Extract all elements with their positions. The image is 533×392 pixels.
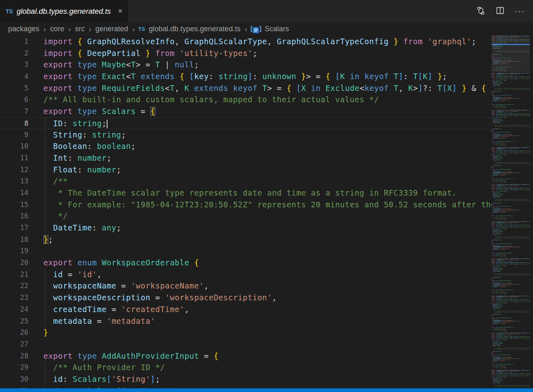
- breadcrumb-item-src[interactable]: src: [74, 25, 86, 33]
- code-text: import { GraphQLResolveInfo, GraphQLScal…: [43, 36, 476, 47]
- code-text: ID: string;: [43, 118, 107, 129]
- code-line-16[interactable]: 16 */: [0, 210, 492, 222]
- code-line-4[interactable]: 4export type Exact<T extends { [key: str…: [0, 71, 492, 82]
- code-line-9[interactable]: 9String: string;: [0, 129, 492, 141]
- code-line-7[interactable]: 7export type Scalars = {: [0, 106, 492, 117]
- code-line-10[interactable]: 10Boolean: boolean;: [0, 140, 492, 152]
- typescript-file-icon: TS: [6, 8, 13, 15]
- line-number[interactable]: 23: [0, 292, 28, 304]
- minimap-slider[interactable]: [492, 36, 530, 72]
- code-line-13[interactable]: 13/**: [0, 175, 492, 187]
- code-line-12[interactable]: 12Float: number;: [0, 164, 492, 176]
- indent-guide: [45, 315, 45, 327]
- close-icon[interactable]: ×: [116, 6, 124, 16]
- tab-title: global.db.types.generated.ts: [17, 7, 111, 16]
- code-editor[interactable]: 1import { GraphQLResolveInfo, GraphQLSca…: [0, 36, 533, 392]
- chevron-right-icon: ›: [43, 25, 46, 34]
- code-line-14[interactable]: 14 * The DateTime scalar type represents…: [0, 187, 492, 199]
- code-text: export type Scalars = {: [43, 106, 155, 117]
- breadcrumb-item-scalars[interactable]: Scalars: [264, 25, 290, 33]
- code-line-11[interactable]: 11Int: number;: [0, 152, 492, 164]
- code-line-17[interactable]: 17DateTime: any;: [0, 222, 492, 234]
- code-line-26[interactable]: 26}: [0, 327, 492, 338]
- line-number[interactable]: 5: [0, 82, 28, 94]
- code-line-2[interactable]: 2import { DeepPartial } from 'utility-ty…: [0, 47, 492, 59]
- code-line-30[interactable]: 30id: Scalars['String'];: [0, 373, 492, 385]
- code-text: String: string;: [43, 129, 126, 141]
- line-number[interactable]: 19: [0, 245, 28, 257]
- line-number[interactable]: 26: [0, 327, 28, 338]
- line-number[interactable]: 7: [0, 106, 28, 117]
- line-number[interactable]: 30: [0, 373, 28, 385]
- code-text: export enum WorkspaceOrderable {: [43, 257, 199, 269]
- code-line-8[interactable]: 8ID: string;: [0, 117, 492, 129]
- tab-global-db-types-generated-ts[interactable]: TS global.db.types.generated.ts ×: [0, 0, 128, 22]
- line-number[interactable]: 28: [0, 350, 28, 362]
- code-text: */: [43, 210, 68, 222]
- code-line-22[interactable]: 22workspaceName = 'workspaceName',: [0, 280, 492, 292]
- code-text: id = 'id',: [43, 269, 102, 280]
- text-cursor: [107, 120, 107, 128]
- open-changes-button[interactable]: [474, 4, 488, 18]
- code-line-23[interactable]: 23workspaceDescription = 'workspaceDescr…: [0, 292, 492, 304]
- breadcrumb-item-packages[interactable]: packages: [7, 25, 40, 33]
- line-number[interactable]: 27: [0, 338, 28, 350]
- indent-guide: [45, 175, 45, 187]
- line-number[interactable]: 3: [0, 59, 28, 71]
- split-editor-button[interactable]: [493, 4, 507, 18]
- line-number[interactable]: 4: [0, 71, 28, 82]
- code-line-29[interactable]: 29/** Auth Provider ID */: [0, 362, 492, 373]
- line-number[interactable]: 25: [0, 315, 28, 327]
- code-text: * The DateTime scalar type represents da…: [43, 187, 457, 199]
- line-number[interactable]: 9: [0, 129, 28, 141]
- code-line-27[interactable]: 27: [0, 338, 492, 350]
- indent-guide: [45, 152, 45, 164]
- code-text: /** Auth Provider ID */: [43, 362, 165, 373]
- breadcrumb-item-core[interactable]: core: [49, 25, 65, 33]
- indent-guide: [45, 140, 45, 152]
- more-actions-button[interactable]: ···: [513, 4, 527, 18]
- breadcrumb-item-generated[interactable]: generated: [95, 25, 129, 33]
- minimap[interactable]: import { GraphQLResolveInfo, GraphQLScal…: [492, 36, 530, 392]
- line-number[interactable]: 14: [0, 187, 28, 199]
- line-number[interactable]: 1: [0, 36, 28, 47]
- line-number[interactable]: 21: [0, 269, 28, 280]
- breadcrumb-item-filename[interactable]: global.db.types.generated.ts: [148, 25, 241, 33]
- line-number[interactable]: 16: [0, 210, 28, 222]
- line-number[interactable]: 15: [0, 199, 28, 211]
- code-line-1[interactable]: 1import { GraphQLResolveInfo, GraphQLSca…: [0, 36, 492, 47]
- line-number[interactable]: 17: [0, 222, 28, 234]
- code-text: export type Exact<T extends { [key: stri…: [43, 71, 447, 82]
- code-line-3[interactable]: 3export type Maybe<T> = T | null;: [0, 59, 492, 71]
- code-line-28[interactable]: 28export type AddAuthProviderInput = {: [0, 350, 492, 362]
- indent-guide: [45, 304, 45, 315]
- line-number[interactable]: 22: [0, 280, 28, 292]
- code-text: Boolean: boolean;: [43, 140, 136, 152]
- line-number[interactable]: 20: [0, 257, 28, 269]
- line-number[interactable]: 13: [0, 175, 28, 187]
- code-line-20[interactable]: 20export enum WorkspaceOrderable {: [0, 257, 492, 269]
- code-line-15[interactable]: 15 * For example: "1985-04-12T23:20:50.5…: [0, 199, 492, 211]
- line-number[interactable]: 2: [0, 47, 28, 59]
- line-number[interactable]: 6: [0, 94, 28, 106]
- code-line-5[interactable]: 5export type RequireFields<T, K extends …: [0, 82, 492, 94]
- split-editor-icon: [495, 6, 505, 17]
- line-number[interactable]: 18: [0, 234, 28, 246]
- chevron-right-icon: ›: [245, 25, 247, 34]
- line-number[interactable]: 24: [0, 304, 28, 315]
- line-number[interactable]: 29: [0, 362, 28, 373]
- code-line-18[interactable]: 18};: [0, 234, 492, 246]
- code-line-25[interactable]: 25metadata = 'metadata': [0, 315, 492, 327]
- code-area[interactable]: 1import { GraphQLResolveInfo, GraphQLSca…: [0, 36, 492, 392]
- line-number[interactable]: 8: [0, 118, 28, 129]
- code-line-24[interactable]: 24createdTime = 'createdTime',: [0, 304, 492, 315]
- code-text: }: [43, 327, 48, 338]
- line-number[interactable]: 10: [0, 140, 28, 152]
- line-number[interactable]: 12: [0, 164, 28, 176]
- code-text: workspaceDescription = 'workspaceDescrip…: [43, 292, 277, 304]
- code-line-21[interactable]: 21id = 'id',: [0, 269, 492, 280]
- ellipsis-icon: ···: [515, 9, 525, 13]
- code-line-6[interactable]: 6/** All built-in and custom scalars, ma…: [0, 94, 492, 106]
- line-number[interactable]: 11: [0, 152, 28, 164]
- code-line-19[interactable]: 19: [0, 245, 492, 257]
